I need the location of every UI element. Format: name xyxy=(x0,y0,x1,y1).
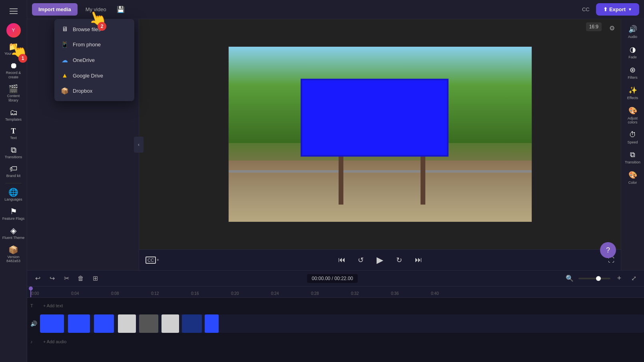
right-panel-speed[interactable]: ⏱ Speed xyxy=(622,128,644,147)
import-media-button[interactable]: Import media xyxy=(32,3,78,16)
clip-4[interactable] xyxy=(118,314,136,333)
sidebar-item-record-create[interactable]: ⏺ Record & create xyxy=(1,59,26,82)
text-icon: T xyxy=(11,127,16,135)
help-button[interactable]: ? xyxy=(600,242,616,258)
clip-3[interactable] xyxy=(94,314,114,333)
transition-label: Transition xyxy=(625,160,640,164)
add-audio-button[interactable]: + Add audio xyxy=(40,338,70,346)
right-panel: 🔊 Audio ◑ Fade ⊛ Filters ✨ Effects 🎨 Adj… xyxy=(621,19,644,270)
sidebar-item-templates-label: Templates xyxy=(5,117,22,122)
split-button[interactable]: ⊞ xyxy=(90,273,101,284)
sidebar-item-brand-kit[interactable]: 🏷 Brand kit xyxy=(1,162,26,181)
skip-to-start-button[interactable]: ⏮ xyxy=(335,254,348,267)
sidebar-item-text-label: Text xyxy=(10,136,17,140)
ruler-mark-0: 0:00 xyxy=(30,291,70,296)
right-panel-transition[interactable]: ⧉ Transition xyxy=(622,148,644,167)
clip-6[interactable] xyxy=(161,314,179,333)
from-phone-item[interactable]: 📱 From phone xyxy=(54,37,134,52)
dropbox-label: Dropbox xyxy=(73,88,92,94)
sidebar-item-feature-flags[interactable]: ⚑ Feature Flags xyxy=(1,205,26,223)
hamburger-menu[interactable] xyxy=(6,3,22,19)
sidebar-item-brand-label: Brand kit xyxy=(6,174,21,178)
browse-files-item[interactable]: 🖥 Browse files xyxy=(54,22,134,37)
clip-2[interactable] xyxy=(68,314,90,333)
sidebar-item-transitions[interactable]: ⧉ Transitions xyxy=(1,143,26,162)
sidebar-item-your-media-label: Your media xyxy=(4,52,22,56)
aspect-ratio-display: 16:9 xyxy=(586,22,602,31)
color-label: Color xyxy=(628,181,637,185)
export-button[interactable]: ⬆ Export ▼ xyxy=(596,3,639,16)
video-track-clips[interactable] xyxy=(40,314,644,333)
sidebar-item-text[interactable]: T Text xyxy=(1,125,26,143)
collapse-panel-button[interactable]: ‹ xyxy=(134,137,144,153)
sidebar-item-content-library[interactable]: 🎬 Content library xyxy=(1,82,26,105)
dropbox-icon: 📦 xyxy=(61,87,69,95)
google-drive-icon: ▲ xyxy=(61,72,69,79)
ruler-mark-12: 0:12 xyxy=(150,291,190,296)
right-panel-fade[interactable]: ◑ Fade xyxy=(622,43,644,62)
video-frame xyxy=(228,46,532,222)
clip-5[interactable] xyxy=(139,314,158,333)
sidebar-item-your-media[interactable]: 📁 Your media xyxy=(1,40,26,58)
ruler-mark-24: 0:24 xyxy=(270,291,310,296)
import-dropdown: 🖥 Browse files 📱 From phone ☁ OneDrive ▲… xyxy=(54,19,134,101)
current-time-display: 00:00.00 / 00:22.00 xyxy=(307,274,358,283)
right-panel-audio[interactable]: 🔊 Audio xyxy=(622,22,644,41)
user-avatar[interactable]: Y xyxy=(6,23,21,38)
filters-label: Filters xyxy=(628,76,638,80)
sidebar-item-templates[interactable]: 🗂 Templates xyxy=(1,106,26,124)
skip-to-end-button[interactable]: ⏭ xyxy=(412,254,425,267)
templates-icon: 🗂 xyxy=(10,108,18,116)
playhead[interactable] xyxy=(30,286,31,297)
sidebar-item-languages[interactable]: 🌐 Languages xyxy=(1,186,26,204)
ruler-mark-36: 0:36 xyxy=(390,291,430,296)
fade-label: Fade xyxy=(628,55,637,59)
sidebar-item-fluent-label: Fluent Theme xyxy=(2,236,24,240)
zoom-in-button[interactable]: + xyxy=(614,273,625,284)
undo-button[interactable]: ↩ xyxy=(32,273,43,284)
onedrive-icon: ☁ xyxy=(61,56,69,64)
clip-1[interactable] xyxy=(40,314,64,333)
right-panel-color[interactable]: 🎨 Color xyxy=(622,168,644,187)
play-pause-button[interactable]: ▶ xyxy=(374,254,387,267)
text-track-label: T xyxy=(30,303,38,308)
fluent-theme-icon: ◈ xyxy=(10,227,16,235)
clip-7[interactable] xyxy=(182,314,202,333)
save-icon[interactable]: 💾 xyxy=(114,3,127,16)
timeline-ruler: 0:00 0:04 0:08 0:12 0:16 0:20 0:24 0:28 … xyxy=(27,286,644,298)
languages-icon: 🌐 xyxy=(8,188,18,196)
right-panel-filters[interactable]: ⊛ Filters xyxy=(622,63,644,82)
browse-files-label: Browse files xyxy=(73,26,101,32)
main-content: Import media My video 💾 CC ⬆ Export ▼ 🖥 … xyxy=(27,0,644,362)
fast-forward-button[interactable]: ↻ xyxy=(393,254,406,267)
add-text-button[interactable]: + Add text xyxy=(40,302,66,310)
rewind-button[interactable]: ↺ xyxy=(355,254,367,267)
sidebar-item-record-label: Record & create xyxy=(2,71,25,80)
clip-8[interactable] xyxy=(205,314,219,333)
effects-icon: ✨ xyxy=(628,86,637,95)
sidebar-item-content-label: Content library xyxy=(2,94,25,103)
cut-button[interactable]: ✂ xyxy=(61,273,72,284)
zoom-out-button[interactable]: 🔍 xyxy=(564,273,575,284)
my-video-tab[interactable]: My video xyxy=(81,4,111,15)
video-settings-icon[interactable]: ⚙ xyxy=(606,22,618,34)
sidebar-divider xyxy=(6,183,22,183)
google-drive-item[interactable]: ▲ Google Drive xyxy=(54,68,134,83)
captions-label: CC xyxy=(582,6,590,12)
onedrive-item[interactable]: ☁ OneDrive xyxy=(54,52,134,68)
sidebar-item-fluent-theme[interactable]: ◈ Fluent Theme xyxy=(1,224,26,243)
right-panel-effects[interactable]: ✨ Effects xyxy=(622,84,644,102)
dropbox-item[interactable]: 📦 Dropbox xyxy=(54,83,134,99)
captions-button[interactable]: CC xyxy=(578,2,593,17)
fit-to-view-button[interactable]: ⤢ xyxy=(628,273,639,284)
video-background xyxy=(229,47,532,222)
right-panel-adjust-colors[interactable]: 🎨 Adjust colors xyxy=(622,104,644,127)
content-library-icon: 🎬 xyxy=(8,85,18,93)
billboard-stand-left xyxy=(339,157,343,205)
onedrive-label: OneDrive xyxy=(73,57,95,63)
adjust-colors-icon: 🎨 xyxy=(628,106,637,115)
redo-button[interactable]: ↪ xyxy=(46,273,58,284)
sidebar-item-version: 📦 Version 8482a53 xyxy=(1,243,26,266)
closed-captions-button[interactable]: CC + xyxy=(146,257,159,264)
delete-button[interactable]: 🗑 xyxy=(75,273,86,284)
